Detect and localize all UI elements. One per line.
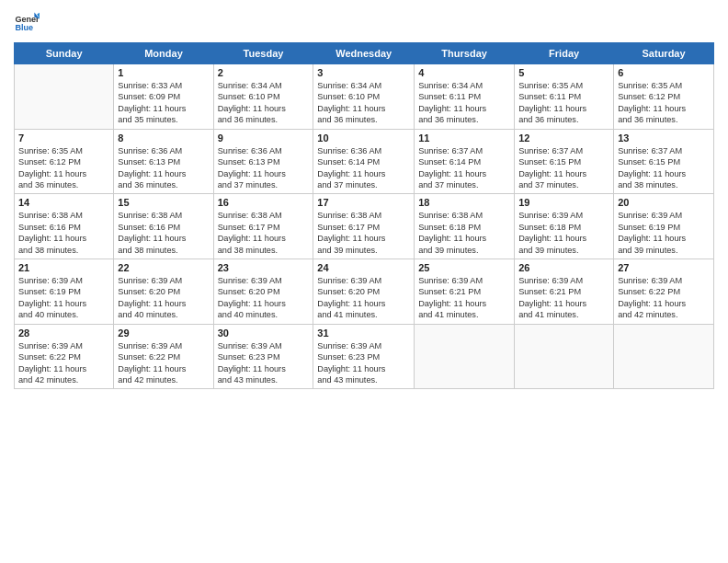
day-number: 23 [218,262,310,273]
week-row-3: 21Sunrise: 6:39 AM Sunset: 6:19 PM Dayli… [15,259,714,325]
calendar-cell: 2Sunrise: 6:34 AM Sunset: 6:10 PM Daylig… [213,64,313,130]
day-info: Sunrise: 6:39 AM Sunset: 6:23 PM Dayligh… [218,340,310,386]
day-number: 6 [618,67,710,78]
day-info: Sunrise: 6:39 AM Sunset: 6:18 PM Dayligh… [518,210,609,256]
calendar-cell: 3Sunrise: 6:34 AM Sunset: 6:10 PM Daylig… [313,64,415,130]
weekday-header-saturday: Saturday [614,43,714,64]
day-info: Sunrise: 6:36 AM Sunset: 6:13 PM Dayligh… [118,145,209,191]
day-info: Sunrise: 6:39 AM Sunset: 6:22 PM Dayligh… [118,340,209,386]
calendar-cell: 5Sunrise: 6:35 AM Sunset: 6:11 PM Daylig… [515,64,614,130]
weekday-header-row: SundayMondayTuesdayWednesdayThursdayFrid… [15,43,714,64]
day-info: Sunrise: 6:38 AM Sunset: 6:17 PM Dayligh… [317,210,410,256]
calendar-cell [15,64,114,130]
day-info: Sunrise: 6:39 AM Sunset: 6:20 PM Dayligh… [218,275,310,321]
day-number: 11 [418,132,510,144]
day-info: Sunrise: 6:38 AM Sunset: 6:17 PM Dayligh… [218,210,310,256]
day-number: 29 [118,327,209,339]
calendar-cell: 4Sunrise: 6:34 AM Sunset: 6:11 PM Daylig… [415,64,515,130]
calendar-cell: 24Sunrise: 6:39 AM Sunset: 6:20 PM Dayli… [313,259,415,325]
calendar-cell: 13Sunrise: 6:37 AM Sunset: 6:15 PM Dayli… [614,129,714,194]
day-info: Sunrise: 6:35 AM Sunset: 6:12 PM Dayligh… [618,80,710,126]
calendar-cell [614,324,714,389]
calendar-cell: 10Sunrise: 6:36 AM Sunset: 6:14 PM Dayli… [313,129,415,194]
calendar-cell: 27Sunrise: 6:39 AM Sunset: 6:22 PM Dayli… [614,259,714,325]
calendar-cell: 8Sunrise: 6:36 AM Sunset: 6:13 PM Daylig… [114,129,213,194]
calendar-cell [515,324,614,389]
day-number: 20 [618,197,710,208]
day-number: 25 [418,262,510,273]
day-number: 26 [518,262,609,273]
day-info: Sunrise: 6:39 AM Sunset: 6:22 PM Dayligh… [618,275,710,321]
weekday-header-tuesday: Tuesday [213,43,313,64]
day-number: 16 [218,197,310,208]
day-info: Sunrise: 6:39 AM Sunset: 6:20 PM Dayligh… [118,275,209,321]
day-number: 1 [118,67,209,78]
day-number: 14 [18,197,109,208]
day-info: Sunrise: 6:33 AM Sunset: 6:09 PM Dayligh… [118,80,209,126]
calendar-cell: 17Sunrise: 6:38 AM Sunset: 6:17 PM Dayli… [313,194,415,259]
day-info: Sunrise: 6:39 AM Sunset: 6:19 PM Dayligh… [618,210,710,256]
logo: General Blue [14,9,41,35]
day-info: Sunrise: 6:35 AM Sunset: 6:11 PM Dayligh… [518,80,609,126]
weekday-header-wednesday: Wednesday [313,43,415,64]
day-info: Sunrise: 6:36 AM Sunset: 6:14 PM Dayligh… [317,145,410,191]
day-number: 13 [618,132,710,144]
day-info: Sunrise: 6:39 AM Sunset: 6:21 PM Dayligh… [518,275,609,321]
day-info: Sunrise: 6:39 AM Sunset: 6:23 PM Dayligh… [317,340,410,386]
calendar-cell: 21Sunrise: 6:39 AM Sunset: 6:19 PM Dayli… [15,259,114,325]
day-info: Sunrise: 6:36 AM Sunset: 6:13 PM Dayligh… [218,145,310,191]
calendar-cell: 18Sunrise: 6:38 AM Sunset: 6:18 PM Dayli… [415,194,515,259]
week-row-4: 28Sunrise: 6:39 AM Sunset: 6:22 PM Dayli… [15,324,714,389]
day-number: 9 [218,132,310,144]
day-info: Sunrise: 6:37 AM Sunset: 6:15 PM Dayligh… [518,145,609,191]
calendar-cell [415,324,515,389]
calendar: SundayMondayTuesdayWednesdayThursdayFrid… [14,42,714,389]
calendar-cell: 15Sunrise: 6:38 AM Sunset: 6:16 PM Dayli… [114,194,213,259]
calendar-cell: 9Sunrise: 6:36 AM Sunset: 6:13 PM Daylig… [213,129,313,194]
logo-icon: General Blue [14,9,40,35]
calendar-cell: 11Sunrise: 6:37 AM Sunset: 6:14 PM Dayli… [415,129,515,194]
calendar-cell: 31Sunrise: 6:39 AM Sunset: 6:23 PM Dayli… [313,324,415,389]
day-number: 4 [418,67,510,78]
day-number: 8 [118,132,209,144]
day-number: 31 [317,327,410,339]
day-number: 5 [518,67,609,78]
weekday-header-friday: Friday [515,43,614,64]
calendar-cell: 16Sunrise: 6:38 AM Sunset: 6:17 PM Dayli… [213,194,313,259]
calendar-cell: 12Sunrise: 6:37 AM Sunset: 6:15 PM Dayli… [515,129,614,194]
day-info: Sunrise: 6:34 AM Sunset: 6:10 PM Dayligh… [218,80,310,126]
day-info: Sunrise: 6:39 AM Sunset: 6:22 PM Dayligh… [18,340,109,386]
header: General Blue [14,9,714,35]
day-info: Sunrise: 6:39 AM Sunset: 6:19 PM Dayligh… [18,275,109,321]
day-number: 7 [18,132,109,144]
day-number: 3 [317,67,410,78]
calendar-cell: 6Sunrise: 6:35 AM Sunset: 6:12 PM Daylig… [614,64,714,130]
day-number: 28 [18,327,109,339]
calendar-cell: 1Sunrise: 6:33 AM Sunset: 6:09 PM Daylig… [114,64,213,130]
day-info: Sunrise: 6:34 AM Sunset: 6:11 PM Dayligh… [418,80,510,126]
calendar-cell: 14Sunrise: 6:38 AM Sunset: 6:16 PM Dayli… [15,194,114,259]
day-info: Sunrise: 6:39 AM Sunset: 6:20 PM Dayligh… [317,275,410,321]
weekday-header-monday: Monday [114,43,213,64]
calendar-cell: 22Sunrise: 6:39 AM Sunset: 6:20 PM Dayli… [114,259,213,325]
day-info: Sunrise: 6:37 AM Sunset: 6:14 PM Dayligh… [418,145,510,191]
day-info: Sunrise: 6:35 AM Sunset: 6:12 PM Dayligh… [18,145,109,191]
day-info: Sunrise: 6:34 AM Sunset: 6:10 PM Dayligh… [317,80,410,126]
calendar-cell: 23Sunrise: 6:39 AM Sunset: 6:20 PM Dayli… [213,259,313,325]
day-number: 2 [218,67,310,78]
day-number: 19 [518,197,609,208]
day-info: Sunrise: 6:37 AM Sunset: 6:15 PM Dayligh… [618,145,710,191]
calendar-cell: 19Sunrise: 6:39 AM Sunset: 6:18 PM Dayli… [515,194,614,259]
page: General Blue SundayMondayTuesdayWednesda… [0,0,728,563]
calendar-cell: 28Sunrise: 6:39 AM Sunset: 6:22 PM Dayli… [15,324,114,389]
day-number: 10 [317,132,410,144]
day-number: 18 [418,197,510,208]
day-info: Sunrise: 6:38 AM Sunset: 6:16 PM Dayligh… [18,210,109,256]
svg-text:Blue: Blue [15,23,33,32]
day-info: Sunrise: 6:38 AM Sunset: 6:16 PM Dayligh… [118,210,209,256]
calendar-cell: 26Sunrise: 6:39 AM Sunset: 6:21 PM Dayli… [515,259,614,325]
calendar-cell: 25Sunrise: 6:39 AM Sunset: 6:21 PM Dayli… [415,259,515,325]
day-number: 15 [118,197,209,208]
week-row-1: 7Sunrise: 6:35 AM Sunset: 6:12 PM Daylig… [15,129,714,194]
day-number: 22 [118,262,209,273]
